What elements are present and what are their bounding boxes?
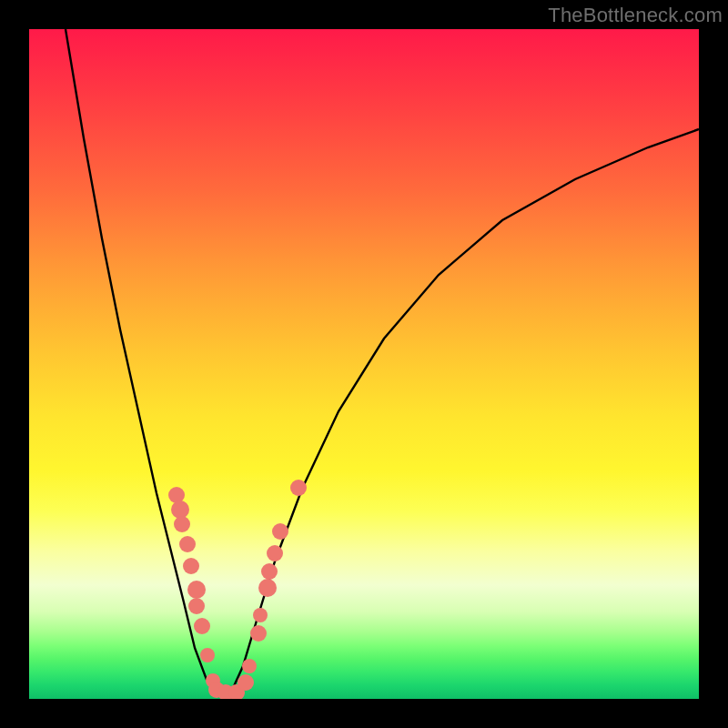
data-point	[242, 659, 257, 673]
chart-svg	[29, 29, 699, 699]
chart-frame: TheBottleneck.com	[0, 0, 728, 728]
data-point	[183, 558, 199, 574]
plot-area	[29, 29, 699, 699]
data-point	[179, 536, 196, 552]
data-point	[187, 581, 206, 599]
data-point	[253, 608, 268, 622]
data-point	[194, 618, 210, 634]
data-point	[238, 674, 254, 691]
data-point	[200, 648, 215, 662]
data-point	[272, 523, 288, 540]
data-point	[171, 500, 189, 519]
data-point	[250, 625, 267, 642]
data-point	[261, 563, 278, 580]
curve-right-ascent	[229, 129, 699, 696]
data-point	[258, 579, 277, 597]
data-point	[290, 480, 307, 496]
watermark-text: TheBottleneck.com	[548, 4, 723, 27]
data-point	[174, 516, 190, 532]
data-point	[267, 545, 283, 561]
data-point	[188, 598, 205, 614]
